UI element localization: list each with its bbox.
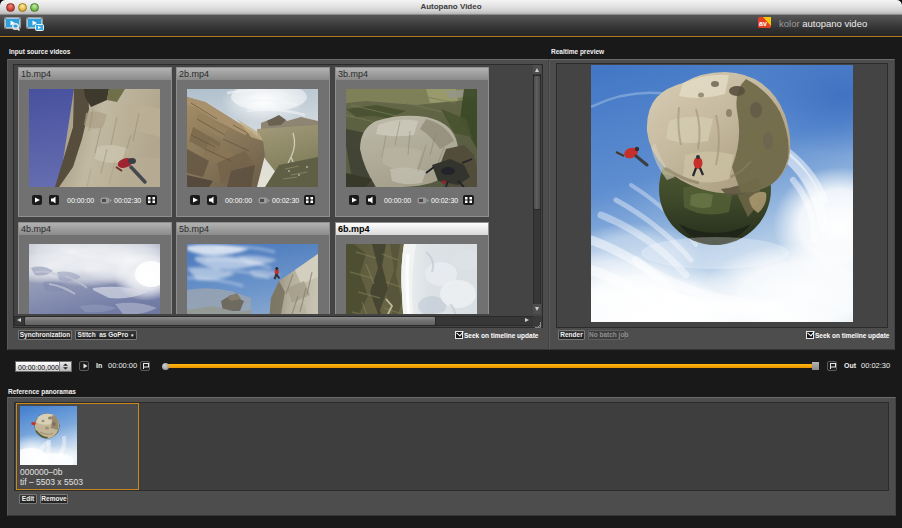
svg-text:av: av — [759, 20, 767, 27]
